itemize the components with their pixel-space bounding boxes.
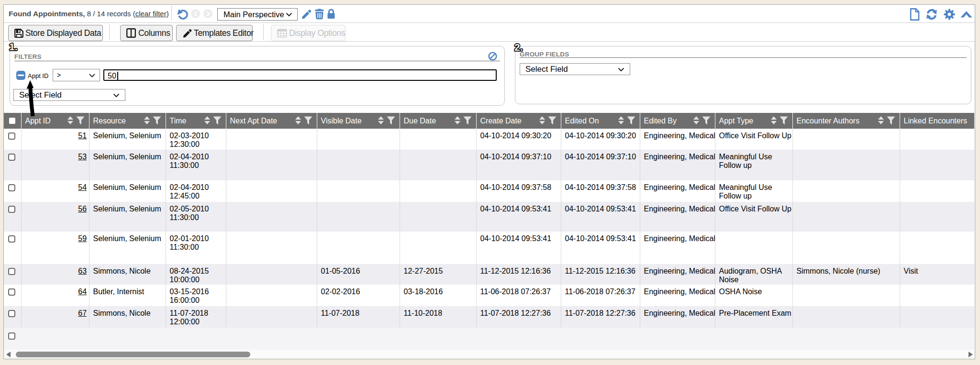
svg-text:1.: 1. <box>9 41 18 52</box>
svg-text:2.: 2. <box>514 42 523 53</box>
